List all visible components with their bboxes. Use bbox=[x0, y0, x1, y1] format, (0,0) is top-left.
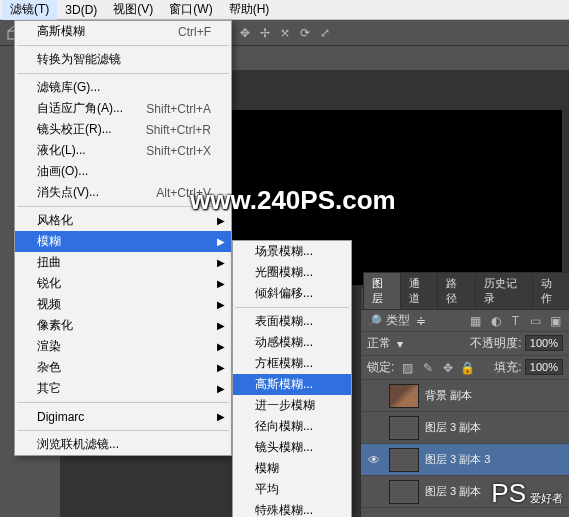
menu-3d[interactable]: 3D(D) bbox=[57, 1, 105, 19]
fill-input[interactable]: 100% bbox=[525, 359, 563, 375]
menu-group-distort[interactable]: 扭曲▶ bbox=[15, 252, 231, 273]
visibility-icon[interactable]: 👁 bbox=[365, 453, 383, 467]
menu-item-label: 光圈模糊... bbox=[255, 264, 313, 281]
layer-thumbnail[interactable] bbox=[389, 480, 419, 504]
filter-image-icon[interactable]: ▦ bbox=[468, 314, 483, 328]
fill-label: 填充: bbox=[494, 360, 521, 374]
lock-brush-icon[interactable]: ✎ bbox=[420, 361, 435, 375]
menu-group-sharpen[interactable]: 锐化▶ bbox=[15, 273, 231, 294]
menu-item-label: 锐化 bbox=[37, 275, 61, 292]
layer-name-label: 图层 3 副本 bbox=[425, 420, 481, 435]
lock-transparent-icon[interactable]: ▨ bbox=[400, 361, 415, 375]
menu-item-label: 平均 bbox=[255, 481, 279, 498]
submenu-item[interactable]: 动感模糊... bbox=[233, 332, 351, 353]
menu-item-label: 自适应广角(A)... bbox=[37, 100, 123, 117]
layer-name-label: 背景 副本 bbox=[425, 388, 472, 403]
lock-all-icon[interactable]: 🔒 bbox=[460, 361, 475, 375]
menu-item-lens[interactable]: 镜头校正(R)...Shift+Ctrl+R bbox=[15, 119, 231, 140]
submenu-item[interactable]: 径向模糊... bbox=[233, 416, 351, 437]
menu-item-browse-online[interactable]: 浏览联机滤镜... bbox=[15, 434, 231, 455]
filter-type-icon[interactable]: T bbox=[508, 314, 523, 328]
submenu-item[interactable]: 倾斜偏移... bbox=[233, 283, 351, 304]
menu-item-label: 进一步模糊 bbox=[255, 397, 315, 414]
submenu-item[interactable]: 高斯模糊... bbox=[233, 374, 351, 395]
menu-item-label: 扭曲 bbox=[37, 254, 61, 271]
chevron-right-icon: ▶ bbox=[217, 215, 225, 226]
layer-thumbnail[interactable] bbox=[389, 384, 419, 408]
menu-window[interactable]: 窗口(W) bbox=[161, 0, 220, 20]
menu-item-oil[interactable]: 油画(O)... bbox=[15, 161, 231, 182]
submenu-item[interactable]: 光圈模糊... bbox=[233, 262, 351, 283]
menu-item-smart-filter[interactable]: 转换为智能滤镜 bbox=[15, 49, 231, 70]
menu-help[interactable]: 帮助(H) bbox=[221, 0, 278, 20]
scale-icon[interactable]: ⤢ bbox=[317, 26, 332, 40]
layer-thumbnail[interactable] bbox=[389, 416, 419, 440]
menu-item-liquify[interactable]: 液化(L)...Shift+Ctrl+X bbox=[15, 140, 231, 161]
menu-item-label: 高斯模糊 bbox=[37, 23, 85, 40]
menu-group-style[interactable]: 风格化▶ bbox=[15, 210, 231, 231]
tab-actions[interactable]: 动作 bbox=[532, 272, 569, 309]
tab-channels[interactable]: 通道 bbox=[400, 272, 438, 309]
pan-icon[interactable]: ✢ bbox=[257, 26, 272, 40]
submenu-item[interactable]: 表面模糊... bbox=[233, 311, 351, 332]
menu-group-blur[interactable]: 模糊▶ bbox=[15, 231, 231, 252]
menu-item-label: 转换为智能滤镜 bbox=[37, 51, 121, 68]
menu-item-label: 风格化 bbox=[37, 212, 73, 229]
menu-filter[interactable]: 滤镜(T) bbox=[2, 0, 57, 20]
menu-group-video[interactable]: 视频▶ bbox=[15, 294, 231, 315]
chevron-down-icon[interactable]: ▾ bbox=[397, 337, 403, 351]
blur-submenu: 场景模糊...光圈模糊...倾斜偏移...表面模糊...动感模糊...方框模糊.… bbox=[232, 240, 352, 517]
chevron-down-icon[interactable]: ≑ bbox=[416, 314, 426, 328]
submenu-item[interactable]: 镜头模糊... bbox=[233, 437, 351, 458]
submenu-item[interactable]: 场景模糊... bbox=[233, 241, 351, 262]
rotate-icon[interactable]: ⟳ bbox=[297, 26, 312, 40]
menu-item-label: 径向模糊... bbox=[255, 418, 313, 435]
menu-group-other[interactable]: 其它▶ bbox=[15, 378, 231, 399]
layer-item[interactable]: 👁图层 3 副本 3 bbox=[361, 444, 569, 476]
menu-item-label: 方框模糊... bbox=[255, 355, 313, 372]
chevron-right-icon: ▶ bbox=[217, 236, 225, 247]
menu-item-vanish[interactable]: 消失点(V)...Alt+Ctrl+V bbox=[15, 182, 231, 203]
menu-group-noise[interactable]: 杂色▶ bbox=[15, 357, 231, 378]
orbit-icon[interactable]: ✥ bbox=[237, 26, 252, 40]
submenu-item[interactable]: 方框模糊... bbox=[233, 353, 351, 374]
layer-thumbnail[interactable] bbox=[389, 448, 419, 472]
menu-item-label: 滤镜库(G)... bbox=[37, 79, 100, 96]
filter-smart-icon[interactable]: ▣ bbox=[548, 314, 563, 328]
menu-item-label: Digimarc bbox=[37, 410, 84, 424]
opacity-input[interactable]: 100% bbox=[525, 335, 563, 351]
menu-item-adaptive[interactable]: 自适应广角(A)...Shift+Ctrl+A bbox=[15, 98, 231, 119]
menu-item-gallery[interactable]: 滤镜库(G)... bbox=[15, 77, 231, 98]
menu-item-label: 表面模糊... bbox=[255, 313, 313, 330]
submenu-item[interactable]: 进一步模糊 bbox=[233, 395, 351, 416]
menu-item-label: 特殊模糊... bbox=[255, 502, 313, 517]
menu-item-label: 浏览联机滤镜... bbox=[37, 436, 119, 453]
menu-item-digimarc[interactable]: Digimarc▶ bbox=[15, 406, 231, 427]
tab-history[interactable]: 历史记录 bbox=[475, 272, 533, 309]
layer-item[interactable]: 背景 副本 bbox=[361, 380, 569, 412]
footer-logo: PS爱好者 bbox=[487, 478, 563, 509]
layer-item[interactable]: 图层 3 副本 bbox=[361, 412, 569, 444]
menu-item-label: 镜头模糊... bbox=[255, 439, 313, 456]
menu-group-pixelate[interactable]: 像素化▶ bbox=[15, 315, 231, 336]
submenu-item[interactable]: 模糊 bbox=[233, 458, 351, 479]
move-icon[interactable]: ⤧ bbox=[277, 26, 292, 40]
menu-item-label: 镜头校正(R)... bbox=[37, 121, 112, 138]
filter-adjust-icon[interactable]: ◐ bbox=[488, 314, 503, 328]
chevron-right-icon: ▶ bbox=[217, 362, 225, 373]
search-icon[interactable]: 🔎 bbox=[367, 314, 382, 328]
blend-mode-select[interactable]: 正常 bbox=[367, 335, 391, 352]
menu-group-render[interactable]: 渲染▶ bbox=[15, 336, 231, 357]
submenu-item[interactable]: 特殊模糊... bbox=[233, 500, 351, 517]
menu-item-label: 高斯模糊... bbox=[255, 376, 313, 393]
menu-view[interactable]: 视图(V) bbox=[105, 0, 161, 20]
menu-item-last-filter[interactable]: 高斯模糊 Ctrl+F bbox=[15, 21, 231, 42]
filter-shape-icon[interactable]: ▭ bbox=[528, 314, 543, 328]
tab-layers[interactable]: 图层 bbox=[363, 272, 401, 309]
lock-move-icon[interactable]: ✥ bbox=[440, 361, 455, 375]
tab-paths[interactable]: 路径 bbox=[437, 272, 475, 309]
menu-item-label: 模糊 bbox=[37, 233, 61, 250]
submenu-item[interactable]: 平均 bbox=[233, 479, 351, 500]
chevron-right-icon: ▶ bbox=[217, 383, 225, 394]
chevron-right-icon: ▶ bbox=[217, 411, 225, 422]
